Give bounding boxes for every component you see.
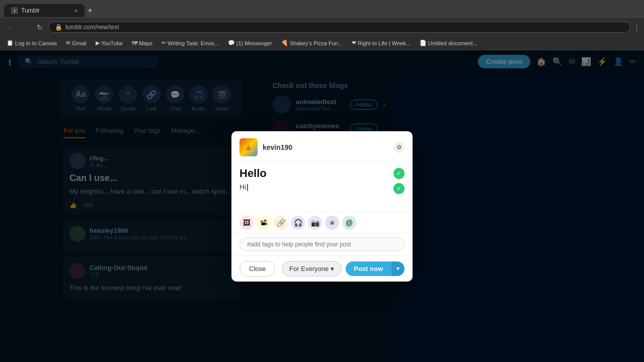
- nav-icons: ⋮: [633, 24, 640, 31]
- messenger-icon: 💬: [228, 40, 235, 46]
- tags-section: [231, 233, 413, 255]
- tags-input[interactable]: [239, 237, 405, 251]
- writing-icon: ✏: [162, 40, 166, 46]
- insert-link-btn[interactable]: 🔗: [274, 216, 288, 230]
- canvas-icon: 📋: [7, 40, 14, 46]
- modal-editor[interactable]: Hello ✓ Hi ✓: [231, 162, 413, 212]
- back-btn[interactable]: ←: [4, 22, 16, 32]
- pizza-icon: 🍕: [281, 40, 288, 46]
- audience-button[interactable]: For Everyone ▾: [282, 261, 342, 277]
- insert-mention-btn[interactable]: @: [342, 216, 356, 230]
- address-bar[interactable]: 🔒 tumblr.com/new/text: [48, 22, 630, 33]
- forward-btn[interactable]: →: [19, 22, 31, 32]
- editor-body-row: Hi ✓: [239, 183, 405, 194]
- body-check-icon: ✓: [393, 183, 405, 194]
- youtube-icon: ▶: [96, 40, 100, 46]
- cursor: [247, 184, 248, 191]
- insert-list-btn[interactable]: ≡: [325, 216, 339, 230]
- modal-username: kevin190: [263, 143, 292, 151]
- bookmark-life[interactable]: ❤ Right to Life | Week...: [349, 39, 413, 47]
- post-now-caret-button[interactable]: ▾: [391, 261, 405, 276]
- maps-icon: 🗺: [132, 40, 137, 46]
- bookmark-canvas[interactable]: 📋 Log In to Canvas: [4, 39, 59, 47]
- nav-bar: ← → ↻ 🔒 tumblr.com/new/text ⋮: [0, 18, 644, 36]
- audience-caret-icon: ▾: [331, 265, 334, 273]
- life-icon: ❤: [352, 40, 356, 46]
- footer-actions: For Everyone ▾ Post now ▾: [282, 261, 405, 277]
- post-now-button[interactable]: Post now: [346, 261, 391, 276]
- refresh-btn[interactable]: ↻: [34, 22, 45, 32]
- settings-icon[interactable]: ⚙: [393, 142, 405, 153]
- modal-avatar: [239, 138, 258, 156]
- post-now-group: Post now ▾: [346, 261, 405, 276]
- title-check-icon: ✓: [393, 168, 405, 179]
- editor-title[interactable]: Hello: [239, 167, 393, 180]
- close-modal-button[interactable]: Close: [239, 261, 275, 277]
- modal-header: kevin190 ⚙: [231, 131, 413, 162]
- bookmark-doc[interactable]: 📄 Untitled document...: [417, 39, 480, 47]
- formatting-toolbar: 🖼 📽 🔗 🎧 📷 ≡ @: [231, 212, 413, 233]
- insert-audio-btn[interactable]: 🎧: [291, 216, 305, 230]
- address-text: tumblr.com/new/text: [65, 24, 119, 31]
- avatar-logo: [243, 141, 255, 153]
- audience-label: For Everyone: [289, 265, 329, 273]
- editor-body[interactable]: Hi: [239, 183, 393, 191]
- bookmark-pizza[interactable]: 🍕 Shakey's Pizza Fun...: [279, 39, 345, 47]
- tab-bar: t Tumblr × +: [0, 0, 644, 18]
- insert-image-btn[interactable]: 🖼: [239, 216, 254, 230]
- tab-favicon: t: [11, 7, 18, 14]
- bookmark-bar: 📋 Log In to Canvas ✉ Gmail ▶ YouTube 🗺 M…: [0, 36, 644, 50]
- bookmark-gmail[interactable]: ✉ Gmail: [63, 39, 89, 47]
- tab-close-btn[interactable]: ×: [74, 8, 77, 14]
- bookmark-messenger[interactable]: 💬 (1) Messenger: [225, 39, 275, 47]
- insert-photo-btn[interactable]: 📷: [308, 216, 322, 230]
- modal-footer: Close For Everyone ▾ Post now ▾: [231, 255, 413, 282]
- extensions-icon[interactable]: ⋮: [633, 24, 640, 31]
- modal-user: kevin190: [239, 138, 292, 156]
- insert-gif-btn[interactable]: 📽: [257, 216, 271, 230]
- tab-title: Tumblr: [21, 7, 40, 14]
- doc-icon: 📄: [420, 40, 427, 46]
- bookmark-writing[interactable]: ✏ Writing Task: Envis...: [159, 39, 221, 47]
- new-tab-btn[interactable]: +: [88, 6, 92, 15]
- active-tab[interactable]: t Tumblr ×: [4, 4, 85, 17]
- bookmark-youtube[interactable]: ▶ YouTube: [93, 39, 125, 47]
- compose-modal: kevin190 ⚙ Hello ✓ Hi ✓: [231, 131, 413, 282]
- gmail-icon: ✉: [66, 40, 70, 46]
- editor-title-row: Hello ✓: [239, 167, 405, 180]
- modal-overlay: kevin190 ⚙ Hello ✓ Hi ✓: [0, 50, 644, 362]
- bookmark-maps[interactable]: 🗺 Maps: [129, 39, 155, 47]
